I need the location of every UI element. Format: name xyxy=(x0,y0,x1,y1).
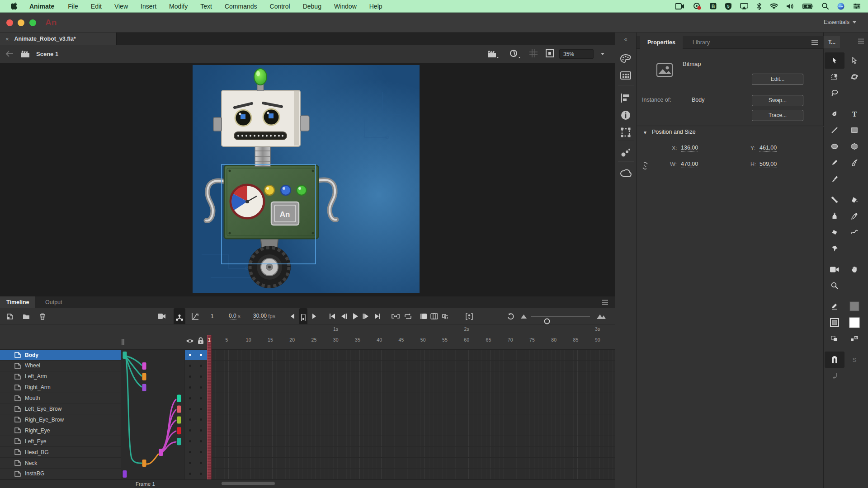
align-panel-icon[interactable] xyxy=(621,93,631,103)
visibility-dot[interactable] xyxy=(189,429,191,432)
blocker-icon[interactable]: B xyxy=(710,3,717,9)
pattern-panel-icon[interactable] xyxy=(621,148,631,157)
tab-properties[interactable]: Properties xyxy=(640,36,683,49)
menu-item-text[interactable]: Text xyxy=(194,3,218,10)
frame-rate-control[interactable]: 30.00fps xyxy=(253,308,275,324)
visibility-dot[interactable] xyxy=(189,451,191,453)
x-value[interactable]: 136,00 xyxy=(681,145,698,152)
visibility-dot[interactable] xyxy=(189,473,191,475)
visibility-dot[interactable] xyxy=(189,386,191,389)
rotation-3d-tool[interactable] xyxy=(844,69,864,85)
frame-range-bracket-icon[interactable] xyxy=(466,308,473,324)
asset-warp-tool[interactable] xyxy=(825,240,844,257)
layer-right_eye[interactable]: Right_Eye xyxy=(0,425,121,436)
minimize-window-button[interactable] xyxy=(18,19,24,26)
go-to-first-frame-button[interactable] xyxy=(329,308,335,324)
menu-item-debug[interactable]: Debug xyxy=(297,3,328,10)
layer-visibility-lock-column[interactable] xyxy=(184,350,207,479)
visibility-dot[interactable] xyxy=(189,440,191,442)
ruler-numbers-row[interactable]: 151015202530354045505560657075808590 xyxy=(207,337,615,346)
lock-dot[interactable] xyxy=(200,462,202,464)
loop-range-button[interactable] xyxy=(392,308,400,324)
menu-item-animate[interactable]: Animate xyxy=(22,3,61,10)
close-window-button[interactable] xyxy=(6,19,13,26)
visibility-dot[interactable] xyxy=(189,365,191,367)
lock-dot[interactable] xyxy=(200,386,202,389)
record-badge-icon[interactable] xyxy=(693,3,701,10)
tab-output[interactable]: Output xyxy=(39,296,69,308)
default-colors-button[interactable] xyxy=(825,331,844,347)
timeline-zoom-slider-track[interactable] xyxy=(531,316,590,317)
control-center-icon[interactable] xyxy=(853,3,861,9)
zoom-tool[interactable] xyxy=(825,277,844,294)
close-tab-icon[interactable]: × xyxy=(5,36,9,42)
selection-tool[interactable] xyxy=(825,52,844,69)
trace-button[interactable]: Trace... xyxy=(752,110,803,121)
tab-library[interactable]: Library xyxy=(685,36,717,49)
layer-visibility-lock-left_arm[interactable] xyxy=(185,371,208,382)
elapsed-time-control[interactable]: 0.0s xyxy=(229,308,241,324)
lock-dot[interactable] xyxy=(200,473,202,475)
fill-swatch[interactable] xyxy=(844,314,864,331)
back-arrow-icon[interactable] xyxy=(5,51,14,57)
visibility-dot[interactable] xyxy=(189,397,191,399)
stroke-swatch[interactable] xyxy=(844,298,864,314)
clip-content-toggle-icon[interactable] xyxy=(545,49,554,58)
edit-button[interactable]: Edit... xyxy=(752,74,803,85)
new-layer-button[interactable] xyxy=(6,308,14,324)
hand-tool[interactable] xyxy=(844,261,864,277)
workspace-switcher[interactable]: Essentials xyxy=(824,19,856,25)
visibility-dot[interactable] xyxy=(189,418,191,421)
onion-skin-outlines-button[interactable] xyxy=(430,308,438,324)
stage-zoom-input[interactable]: 35% xyxy=(559,49,594,59)
link-width-height-icon[interactable] xyxy=(640,161,650,171)
h-value[interactable]: 509,00 xyxy=(760,161,777,168)
layer-right_arm[interactable]: Right_Arm xyxy=(0,382,121,393)
swap-button[interactable]: Swap... xyxy=(752,95,803,106)
reset-timeline-zoom-button[interactable] xyxy=(507,308,514,324)
rectangle-tool[interactable] xyxy=(844,122,864,138)
delete-layer-button[interactable] xyxy=(39,308,46,324)
fluid-brush-tool[interactable] xyxy=(844,155,864,171)
lock-column-icon[interactable] xyxy=(198,337,204,344)
tab-timeline[interactable]: Timeline xyxy=(0,296,35,308)
text-tool[interactable]: T xyxy=(844,106,864,122)
lasso-tool[interactable] xyxy=(825,85,844,101)
shield-icon[interactable]: 5 xyxy=(725,3,731,10)
menu-item-view[interactable]: View xyxy=(108,3,134,10)
tools-panel-tab[interactable]: T... xyxy=(824,36,840,48)
section-collapse-icon[interactable]: ▼ xyxy=(643,130,647,135)
layer-left_arm[interactable]: Left_Arm xyxy=(0,371,121,382)
volume-icon[interactable] xyxy=(787,3,794,9)
loop-playback-button[interactable] xyxy=(404,308,412,324)
menu-item-control[interactable]: Control xyxy=(264,3,297,10)
layer-visibility-lock-left_eye[interactable] xyxy=(185,436,208,446)
classic-brush-tool[interactable] xyxy=(825,171,844,187)
creative-cloud-icon[interactable] xyxy=(620,169,632,177)
graph-editor-toggle[interactable] xyxy=(192,308,199,324)
go-to-last-frame-button[interactable] xyxy=(374,308,381,324)
grid-toggle-icon[interactable] xyxy=(529,49,538,58)
collapse-panels-icon[interactable]: « xyxy=(624,36,627,42)
info-panel-icon[interactable] xyxy=(621,110,631,120)
layer-visibility-lock-neck[interactable] xyxy=(185,458,208,468)
object-drawing-toggle[interactable]: S xyxy=(844,352,864,368)
camera-tool[interactable] xyxy=(825,261,844,277)
line-tool[interactable] xyxy=(825,122,844,138)
new-folder-button[interactable] xyxy=(23,308,30,324)
bone-tool[interactable] xyxy=(825,192,844,208)
undo-tool[interactable] xyxy=(825,368,844,384)
fill-color-control[interactable] xyxy=(825,314,844,331)
step-one-frame-back-button[interactable] xyxy=(341,308,347,324)
visibility-column-eye-icon[interactable] xyxy=(186,338,194,344)
layer-righ_eye_brow[interactable]: Righ_Eye_Brow xyxy=(0,414,121,425)
lock-dot[interactable] xyxy=(200,418,202,421)
document-tab[interactable]: × Animate_Robot_v3.fla* xyxy=(0,33,117,45)
ink-bottle-tool[interactable] xyxy=(825,208,844,224)
menu-item-file[interactable]: File xyxy=(61,3,85,10)
lock-dot[interactable] xyxy=(200,354,202,356)
oval-tool[interactable] xyxy=(825,138,844,155)
layer-visibility-lock-head_bg[interactable] xyxy=(185,447,208,457)
apple-menu-icon[interactable] xyxy=(6,2,22,10)
lock-dot[interactable] xyxy=(200,451,202,453)
